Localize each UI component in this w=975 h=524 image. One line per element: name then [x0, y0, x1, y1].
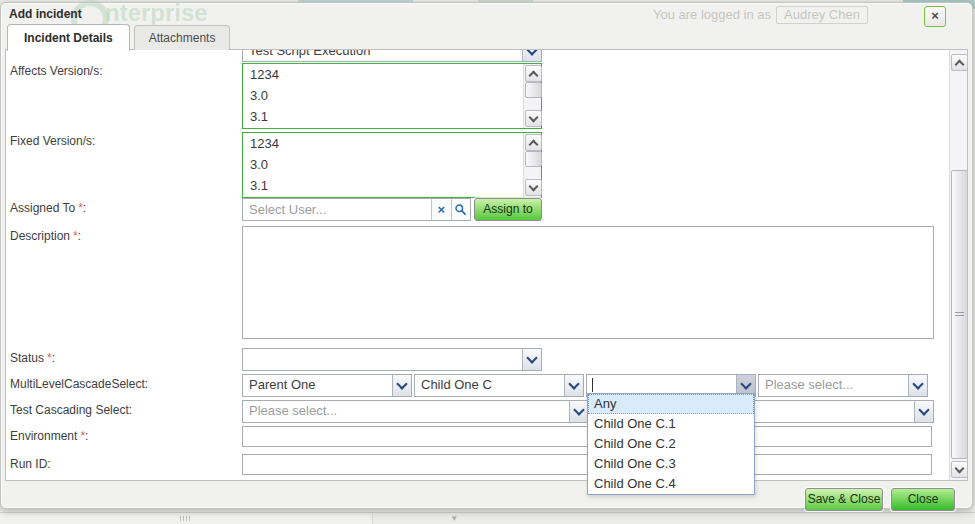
text-caret: [592, 378, 593, 392]
cascade-select-4[interactable]: Please select...: [758, 374, 928, 397]
cascade-select-1[interactable]: Parent One: [242, 374, 412, 397]
page-hscroll-thumb[interactable]: [0, 513, 373, 524]
select-placeholder: Please select...: [765, 375, 907, 395]
listbox-options: 1234 3.0 3.1: [243, 64, 524, 128]
cascade-select-2[interactable]: Child One C: [414, 374, 584, 397]
cascade-dropdown-list: Any Child One C.1 Child One C.2 Child On…: [587, 393, 755, 495]
scroll-up-button[interactable]: [951, 54, 968, 71]
chevron-down-icon[interactable]: [564, 375, 583, 396]
cascading-select-1[interactable]: Please select...: [242, 400, 589, 423]
chevron-down-icon[interactable]: [569, 401, 588, 422]
hscroll-arrow-icon: ▾: [452, 514, 461, 523]
tab-incident-details[interactable]: Incident Details: [7, 24, 130, 51]
ghost-login-label: You are logged in as: [653, 7, 771, 22]
search-user-button[interactable]: [451, 199, 471, 220]
affects-versions-listbox[interactable]: 1234 3.0 3.1: [242, 63, 542, 129]
assign-to-me-button[interactable]: Assign to me: [474, 198, 542, 221]
tab-strip: Incident Details Attachments: [7, 25, 234, 50]
environment-label: Environment*:: [10, 429, 235, 443]
assigned-to-field: ×: [242, 198, 471, 221]
select-value: Parent One: [249, 375, 391, 395]
listbox-scrollbar[interactable]: [523, 64, 541, 128]
chevron-down-icon[interactable]: [522, 349, 541, 370]
dialog-close-button[interactable]: ×: [924, 6, 946, 27]
scroll-up-button[interactable]: [525, 134, 542, 151]
status-select[interactable]: [242, 348, 542, 371]
fixed-versions-label: Fixed Version/s:: [10, 134, 235, 148]
scrollbar-thumb[interactable]: [525, 82, 542, 98]
test-cascading-label: Test Cascading Select:: [10, 403, 235, 417]
scroll-down-button[interactable]: [525, 110, 542, 127]
close-icon: ×: [931, 8, 939, 23]
incident-details-panel: Test Script Execution Affects Version/s:…: [5, 49, 968, 481]
page-horizontal-scrollbar[interactable]: ▾: [0, 512, 975, 524]
listbox-option[interactable]: 3.0: [243, 154, 524, 175]
scrollbar-grip-icon: [955, 312, 964, 317]
dialog-scrollbar[interactable]: [949, 50, 967, 480]
assigned-to-label: Assigned To*:: [10, 201, 235, 215]
dropdown-option[interactable]: Child One C.4: [588, 474, 754, 494]
listbox-option[interactable]: 3.1: [243, 175, 524, 196]
dropdown-option[interactable]: Child One C.2: [588, 434, 754, 454]
listbox-options: 1234 3.0 3.1: [243, 133, 524, 197]
clear-icon: ×: [437, 203, 445, 216]
dialog-title: Add incident: [9, 7, 82, 21]
chevron-down-icon[interactable]: [522, 49, 541, 61]
select-placeholder: Please select...: [249, 401, 568, 421]
select-value: Test Script Execution: [249, 49, 521, 61]
scrollbar-thumb[interactable]: [525, 151, 542, 167]
run-id-label: Run ID:: [10, 457, 235, 471]
clear-user-button[interactable]: ×: [431, 199, 451, 220]
fixed-versions-listbox[interactable]: 1234 3.0 3.1: [242, 132, 542, 198]
select-value: Child One C: [421, 375, 563, 395]
chevron-down-icon[interactable]: [908, 375, 927, 396]
dropdown-option[interactable]: Child One C.1: [588, 414, 754, 434]
listbox-scrollbar[interactable]: [523, 133, 541, 197]
scroll-down-button[interactable]: [951, 461, 968, 478]
assigned-to-input[interactable]: [243, 199, 431, 220]
ghost-logo-text: nterprise: [105, 0, 208, 27]
description-textarea[interactable]: [242, 226, 934, 339]
chevron-down-icon[interactable]: [392, 375, 411, 396]
listbox-option[interactable]: 1234: [243, 64, 524, 85]
status-label: Status*:: [10, 351, 235, 365]
dropdown-option[interactable]: Child One C.3: [588, 454, 754, 474]
save-and-close-button[interactable]: Save & Close: [805, 488, 883, 511]
scroll-down-icon: [529, 113, 539, 123]
ghost-login-user: Audrey Chen: [776, 6, 868, 24]
scroll-up-icon: [529, 70, 539, 80]
affects-versions-label: Affects Version/s:: [10, 64, 235, 78]
test-script-execution-select[interactable]: Test Script Execution: [242, 49, 542, 62]
scroll-down-icon: [529, 182, 539, 192]
multilevel-cascade-label: MultiLevelCascadeSelect:: [10, 377, 235, 391]
hscroll-grip-icon: [180, 516, 190, 521]
scroll-up-button[interactable]: [525, 65, 542, 82]
listbox-option[interactable]: 1234: [243, 133, 524, 154]
chevron-down-icon[interactable]: [914, 401, 933, 422]
add-incident-dialog: nterprise You are logged in asAudrey Che…: [0, 2, 973, 509]
scroll-down-icon: [955, 464, 965, 474]
close-button[interactable]: Close: [891, 488, 955, 511]
tab-attachments[interactable]: Attachments: [134, 25, 231, 50]
listbox-option[interactable]: 3.0: [243, 85, 524, 106]
scroll-down-button[interactable]: [525, 179, 542, 196]
scroll-up-icon: [529, 139, 539, 149]
listbox-option[interactable]: 3.1: [243, 106, 524, 127]
ghost-login-text: You are logged in asAudrey Chen: [653, 7, 868, 22]
dropdown-option-any[interactable]: Any: [588, 394, 754, 414]
description-label: Description*:: [10, 229, 235, 243]
search-icon: [454, 203, 467, 216]
scroll-up-icon: [955, 59, 965, 69]
scrollbar-thumb[interactable]: [951, 170, 968, 459]
